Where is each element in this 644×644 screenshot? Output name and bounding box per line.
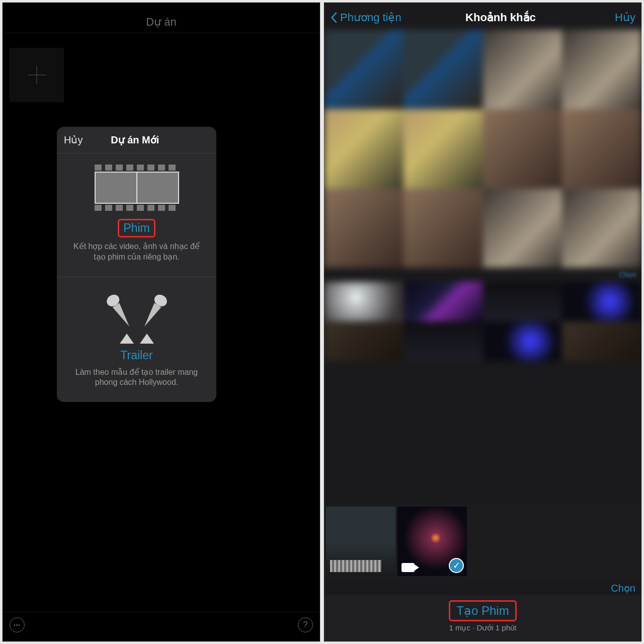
section-date: Chọn <box>324 268 641 282</box>
thumb[interactable] <box>562 282 641 321</box>
nav-bar: Phương tiện Khoảnh khắc Hủy <box>324 3 641 30</box>
movie-label: Phim <box>118 219 155 237</box>
selected-check-icon: ✓ <box>449 558 464 573</box>
bottom-toolbar: ? <box>3 612 320 636</box>
thumb[interactable] <box>483 282 562 321</box>
thumb[interactable] <box>324 321 404 361</box>
more-options-icon[interactable] <box>10 617 25 632</box>
spotlights-icon <box>107 288 167 344</box>
thumb[interactable] <box>483 30 562 109</box>
thumb[interactable] <box>483 109 562 189</box>
thumb[interactable] <box>562 189 641 268</box>
nav-cancel-button[interactable]: Hủy <box>615 11 635 24</box>
thumb[interactable] <box>324 282 404 321</box>
create-movie-button[interactable]: Tạo Phim <box>449 600 516 621</box>
thumb[interactable] <box>562 321 641 361</box>
selected-thumb[interactable]: ✓ <box>397 507 467 576</box>
thumb[interactable] <box>404 321 483 361</box>
video-icon <box>401 563 415 572</box>
media-grid: Chọn <box>324 30 641 505</box>
selected-strip: ✓ <box>324 505 641 578</box>
sheet-title: Dự án Mới <box>60 134 209 146</box>
nav-title: Khoảnh khắc <box>386 11 615 24</box>
trailer-description: Làm theo mẫu để tạo trailer mang phong c… <box>67 367 206 388</box>
thumb[interactable] <box>324 109 404 189</box>
movie-description: Kết hợp các video, ảnh và nhạc để tạo ph… <box>67 242 206 263</box>
create-subtitle: 1 mục · Dưới 1 phút <box>324 623 641 632</box>
thumb[interactable] <box>404 282 483 321</box>
new-project-sheet: Hủy Dự án Mới Phim Kết hợp các video, ản… <box>57 127 216 402</box>
sheet-header: Hủy Dự án Mới <box>57 127 216 153</box>
trailer-label: Trailer <box>116 348 156 363</box>
thumb[interactable] <box>483 321 562 361</box>
trailer-option[interactable]: Trailer Làm theo mẫu để tạo trailer mang… <box>57 277 216 403</box>
create-bar: Tạo Phim 1 mục · Dưới 1 phút <box>324 595 641 641</box>
movie-option[interactable]: Phim Kết hợp các video, ảnh và nhạc để t… <box>57 153 216 277</box>
thumb[interactable] <box>562 30 641 109</box>
thumb[interactable] <box>324 189 404 268</box>
chevron-left-icon <box>330 11 339 25</box>
phone-left-projects: Dự án Hủy Dự án Mới Phim Kết hợp các vid… <box>2 2 320 642</box>
thumb-grid-1 <box>324 30 641 268</box>
thumb[interactable] <box>562 109 641 189</box>
thumb[interactable] <box>404 30 483 109</box>
new-project-tile[interactable] <box>10 48 64 102</box>
thumb[interactable] <box>404 109 483 189</box>
help-icon[interactable]: ? <box>298 617 313 632</box>
phone-right-media-picker: Phương tiện Khoảnh khắc Hủy Chọn <box>324 2 642 642</box>
plus-icon <box>25 63 49 87</box>
thumb[interactable] <box>404 189 483 268</box>
selected-thumb[interactable] <box>326 507 395 576</box>
page-title: Dự án <box>3 3 320 33</box>
thumb[interactable] <box>483 189 562 268</box>
thumb-grid-2 <box>324 282 641 361</box>
film-reel-icon <box>95 165 179 211</box>
select-toggle[interactable]: Chọn <box>324 578 641 595</box>
thumb[interactable] <box>324 30 404 109</box>
